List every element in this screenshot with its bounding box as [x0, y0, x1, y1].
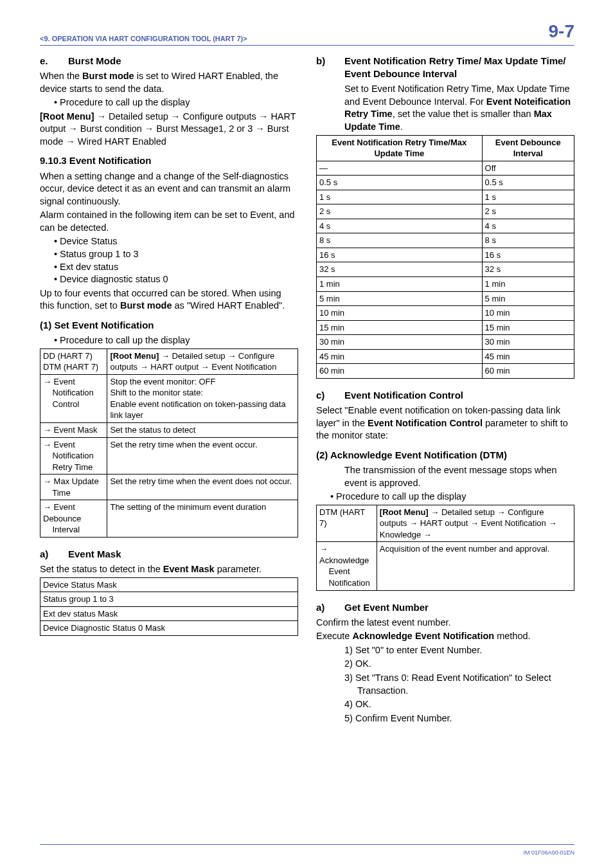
- table-row: 8 s8 s: [317, 233, 574, 248]
- document-id: IM 01F06A00-01EN: [523, 849, 574, 856]
- table-cell: Ext dev status Mask: [40, 606, 298, 621]
- table-header: Event Notification Retry Time/Max Update…: [317, 135, 483, 161]
- table-cell: Status group 1 to 3: [40, 592, 298, 607]
- table-cell: 60 min: [482, 364, 574, 379]
- heading-9-10-3: 9.10.3 Event Notification: [40, 154, 298, 167]
- heading-c: c)Event Notification Control: [344, 389, 574, 402]
- body-text: Set to Event Notification Retry Time, Ma…: [344, 83, 574, 133]
- table-cell: Stop the event monitor: OFFShift to the …: [107, 374, 298, 422]
- table-cell: 0.5 s: [317, 176, 483, 190]
- table-header: Event Debounce Interval: [482, 135, 574, 161]
- table-cell: 10 min: [482, 306, 574, 321]
- page-footer: IM 01F06A00-01EN: [40, 844, 574, 856]
- table-cell: Acquisition of the event number and appr…: [377, 542, 574, 590]
- table-row: 4 s4 s: [317, 219, 574, 233]
- list-item: Procedure to call up the display: [330, 491, 574, 503]
- body-text: The transmission of the event message st…: [344, 464, 574, 489]
- table-retry-time: Event Notification Retry Time/Max Update…: [316, 135, 574, 379]
- body-text: Confirm the latest event number.: [316, 617, 574, 629]
- event-items-list: Device Status Status group 1 to 3 Ext de…: [54, 235, 298, 285]
- body-text: Execute Acknowledge Event Notification m…: [316, 630, 574, 643]
- table-row: 1 s1 s: [317, 190, 574, 204]
- table-row: Event Notification Retry Time/Max Update…: [317, 135, 574, 161]
- table-row: 15 min15 min: [317, 320, 574, 335]
- table-row: Ext dev status Mask: [40, 606, 298, 621]
- list-item: Status group 1 to 3: [54, 248, 298, 261]
- table-row: 10 min10 min: [317, 306, 574, 321]
- table-cell: 16 s: [482, 248, 574, 262]
- list-item: Procedure to call up the display: [54, 96, 298, 109]
- table-cell: Set the retry time when the event does n…: [107, 475, 298, 500]
- list-item: Procedure to call up the display: [54, 334, 298, 347]
- table-cell: 2 s: [482, 204, 574, 219]
- table-cell: DTM (HART 7): [317, 505, 377, 542]
- table-row: → Event Notification ControlStop the eve…: [40, 374, 298, 422]
- body-text: Set the status to detect in the Event Ma…: [40, 563, 298, 576]
- table-cell: The setting of the minimum event duratio…: [107, 500, 298, 538]
- table-row: 1 min1 min: [317, 277, 574, 292]
- step-item: 4) OK.: [344, 698, 574, 711]
- page-number: 9-7: [549, 19, 574, 44]
- table-row: Device Status Mask: [40, 577, 298, 592]
- table-cell: Off: [482, 161, 574, 176]
- heading-b: b)Event Notification Retry Time/ Max Upd…: [344, 55, 574, 81]
- table-row: → Event MaskSet the status to detect: [40, 422, 298, 437]
- e-bullet-list: Procedure to call up the display: [54, 96, 298, 109]
- table-row: 5 min5 min: [317, 291, 574, 306]
- table-cell: [Root Menu] → Detailed setup → Configure…: [377, 505, 574, 542]
- table-row: DTM (HART 7)[Root Menu] → Detailed setup…: [317, 505, 574, 542]
- procedure-bullet: Procedure to call up the display: [330, 491, 574, 503]
- table-cell: 1 s: [482, 190, 574, 204]
- body-text: When a setting change and a change of th…: [40, 170, 298, 208]
- table-cell: 8 s: [317, 233, 483, 248]
- right-column: b)Event Notification Retry Time/ Max Upd…: [316, 55, 574, 727]
- table-cell: 0.5 s: [482, 176, 574, 190]
- table-cell: 15 min: [482, 320, 574, 335]
- table-cell: 8 s: [482, 233, 574, 248]
- table-row: → Acknowledge Event NotificationAcquisit…: [317, 542, 574, 590]
- table-row: 32 s32 s: [317, 262, 574, 277]
- e-nav-path: [Root Menu] → Detailed setup → Configure…: [40, 111, 298, 149]
- table-row: 45 min45 min: [317, 349, 574, 364]
- table-cell: 30 min: [482, 335, 574, 350]
- table-cell: 45 min: [317, 349, 483, 364]
- table-row: DD (HART 7)DTM (HART 7)[Root Menu] → Det…: [40, 348, 298, 374]
- table-set-event-notification: DD (HART 7)DTM (HART 7)[Root Menu] → Det…: [40, 348, 298, 538]
- steps-list: 1) Set "0" to enter Event Number.2) OK.3…: [344, 644, 574, 725]
- heading-a-event-mask: a)Event Mask: [68, 548, 298, 561]
- table-cell: → Event Mask: [40, 422, 107, 437]
- table-row: Device Diagnostic Status 0 Mask: [40, 621, 298, 636]
- table-cell: → Acknowledge Event Notification: [317, 542, 377, 590]
- list-item: Ext dev status: [54, 261, 298, 274]
- table-cell: 1 s: [317, 190, 483, 204]
- step-item: 3) Set "Trans 0: Read Event Notification…: [344, 672, 574, 697]
- table-row: 16 s16 s: [317, 248, 574, 262]
- table-row: 60 min60 min: [317, 364, 574, 379]
- heading-e: e.Burst Mode: [68, 55, 298, 68]
- table-cell: 5 min: [482, 291, 574, 306]
- table-cell: DD (HART 7)DTM (HART 7): [40, 348, 107, 374]
- table-cell: → Event Debounce Interval: [40, 500, 107, 538]
- procedure-bullet: Procedure to call up the display: [54, 334, 298, 347]
- table-cell: 15 min: [317, 320, 483, 335]
- table-cell: → Max Update Time: [40, 475, 107, 500]
- step-item: 5) Confirm Event Number.: [344, 712, 574, 725]
- table-row: → Event Notification Retry TimeSet the r…: [40, 437, 298, 475]
- list-item: Device diagnostic status 0: [54, 273, 298, 286]
- table-row: 2 s2 s: [317, 204, 574, 219]
- chapter-label: <9. OPERATION VIA HART CONFIGURATION TOO…: [40, 34, 247, 44]
- table-cell: Set the status to detect: [107, 422, 298, 437]
- body-text: Select "Enable event notification on tok…: [316, 404, 574, 442]
- table-event-mask: Device Status MaskStatus group 1 to 3Ext…: [40, 577, 298, 636]
- table-cell: 32 s: [482, 262, 574, 277]
- left-column: e.Burst Mode When the Burst mode is set …: [40, 55, 298, 727]
- list-item: Device Status: [54, 235, 298, 248]
- table-row: 30 min30 min: [317, 335, 574, 350]
- page-header: <9. OPERATION VIA HART CONFIGURATION TOO…: [40, 19, 574, 46]
- table-cell: → Event Notification Control: [40, 374, 107, 422]
- table-cell: 5 min: [317, 291, 483, 306]
- table-cell: 32 s: [317, 262, 483, 277]
- heading-a-get-event-number: a)Get Event Number: [344, 601, 574, 614]
- table-ack-event: DTM (HART 7)[Root Menu] → Detailed setup…: [316, 505, 574, 591]
- table-cell: 60 min: [317, 364, 483, 379]
